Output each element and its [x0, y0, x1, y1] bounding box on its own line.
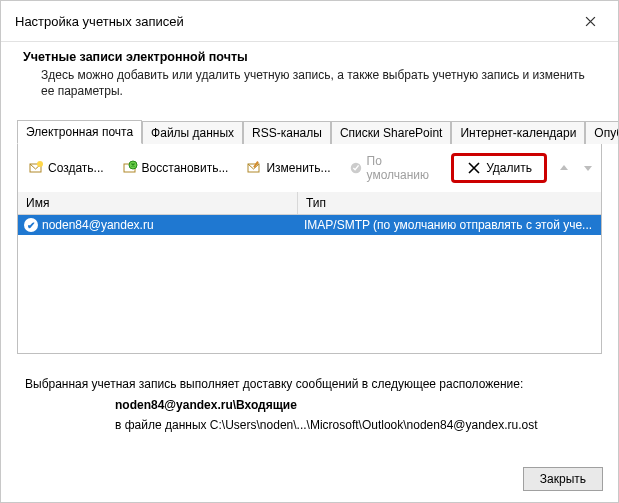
close-dialog-button[interactable]: Закрыть [523, 467, 603, 491]
delete-highlight: Удалить [451, 153, 547, 183]
account-type: IMAP/SMTP (по умолчанию отправлять с это… [298, 215, 601, 235]
window-title: Настройка учетных записей [15, 14, 184, 29]
col-name[interactable]: Имя [18, 192, 298, 214]
repair-icon [122, 160, 138, 176]
delete-icon [466, 160, 482, 176]
create-icon [28, 160, 44, 176]
table-row[interactable]: ✔ noden84@yandex.ru IMAP/SMTP (по умолча… [18, 215, 601, 235]
intro-block: Учетные записи электронной почты Здесь м… [1, 42, 618, 113]
delivery-line2: noden84@yandex.ru\Входящие [25, 395, 594, 415]
close-button[interactable] [572, 9, 608, 33]
move-down-button [581, 160, 595, 176]
footer: Закрыть [523, 467, 603, 491]
account-name-cell: ✔ noden84@yandex.ru [18, 215, 298, 235]
repair-button[interactable]: Восстановить... [118, 158, 233, 178]
delivery-info: Выбранная учетная запись выполняет доста… [17, 354, 602, 435]
edit-icon [246, 160, 262, 176]
table-header: Имя Тип [18, 192, 601, 215]
titlebar: Настройка учетных записей [1, 1, 618, 42]
create-button[interactable]: Создать... [24, 158, 108, 178]
tab-sharepoint[interactable]: Списки SharePoint [331, 121, 452, 144]
account-table: Имя Тип ✔ noden84@yandex.ru IMAP/SMTP (п… [17, 192, 602, 354]
svg-point-1 [37, 161, 43, 167]
arrow-up-icon [559, 163, 569, 173]
content-area: Электронная почта Файлы данных RSS-канал… [1, 119, 618, 435]
intro-subtext: Здесь можно добавить или удалить учетную… [23, 68, 596, 99]
tab-rss[interactable]: RSS-каналы [243, 121, 331, 144]
tab-published[interactable]: Опублико [585, 121, 619, 144]
close-icon [585, 16, 596, 27]
account-name: noden84@yandex.ru [42, 218, 154, 232]
tab-internet-calendars[interactable]: Интернет-календари [451, 121, 585, 144]
tab-email[interactable]: Электронная почта [17, 120, 142, 144]
repair-label: Восстановить... [142, 161, 229, 175]
delete-button[interactable]: Удалить [462, 158, 536, 178]
default-label: По умолчанию [367, 154, 438, 182]
default-icon [349, 160, 363, 176]
col-type[interactable]: Тип [298, 192, 601, 214]
edit-label: Изменить... [266, 161, 330, 175]
default-check-icon: ✔ [24, 218, 38, 232]
toolbar: Создать... Восстановить... Изменить... П… [17, 144, 602, 192]
move-up-button [557, 160, 571, 176]
tabs-bar: Электронная почта Файлы данных RSS-канал… [17, 119, 602, 144]
default-button: По умолчанию [345, 152, 442, 184]
delivery-line3: в файле данных C:\Users\noden\...\Micros… [25, 415, 594, 435]
edit-button[interactable]: Изменить... [242, 158, 334, 178]
tab-data-files[interactable]: Файлы данных [142, 121, 243, 144]
intro-heading: Учетные записи электронной почты [23, 50, 596, 64]
create-label: Создать... [48, 161, 104, 175]
delete-label: Удалить [486, 161, 532, 175]
arrow-down-icon [583, 163, 593, 173]
delivery-line1: Выбранная учетная запись выполняет доста… [25, 374, 594, 394]
